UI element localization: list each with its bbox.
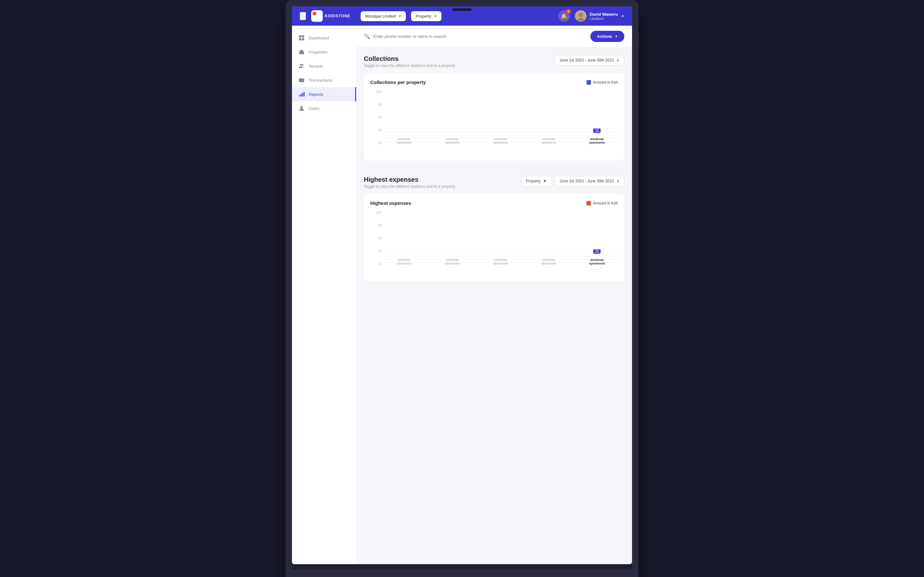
user-name: David Waweru: [590, 12, 618, 17]
company-label: Monique Limited: [365, 14, 396, 19]
svg-rect-12: [300, 93, 302, 97]
exp-bar-group-4: WindhoekApartments: [528, 256, 569, 266]
svg-rect-3: [299, 35, 301, 37]
company-chevron-icon: ▼: [399, 15, 402, 18]
laptop-frame: ☰ KODISTONE Monique Limited ▼ Property ▼…: [286, 0, 638, 577]
sidebar-item-reports[interactable]: Reports: [292, 87, 356, 101]
svg-rect-10: [300, 81, 301, 81]
sidebar-item-tenants[interactable]: Tenants: [292, 59, 356, 73]
sidebar-label-transactions: Transactions: [309, 78, 333, 83]
exp-bar-label-2: WindhoekApartments: [445, 258, 460, 266]
expenses-date-dropdown[interactable]: June 1st 2023 - June 30th 2023 ▼: [555, 176, 624, 186]
search-input[interactable]: [373, 34, 556, 39]
bar-tooltip-5: 77: [593, 128, 601, 133]
company-dropdown[interactable]: Monique Limited ▼: [360, 11, 406, 21]
actions-chevron-icon: ▼: [615, 35, 618, 38]
svg-rect-6: [302, 38, 304, 40]
sidebar-item-properties[interactable]: Properties: [292, 45, 356, 59]
search-icon: 🔍: [364, 33, 370, 39]
highest-expenses-section: Highest expenses Toggle to view the diff…: [356, 168, 632, 282]
user-details: David Waweru Landlord: [590, 12, 618, 21]
content-area: 🔍 Actions ▼ Collections Toggle to view t…: [356, 26, 632, 564]
section-controls: Property ▼ June 1st 2023 - June 30th 202…: [521, 176, 624, 186]
user-role: Landlord: [590, 17, 618, 21]
laptop-bottom: [286, 569, 638, 572]
sidebar-label-properties: Properties: [309, 50, 328, 55]
collections-date-dropdown[interactable]: June 1st 2023 - June 30th 2023 ▼: [555, 55, 624, 65]
reports-icon: [298, 91, 305, 97]
exp-bar-label-3: WindhoekApartments: [493, 258, 508, 266]
collections-date-chevron-icon: ▼: [616, 59, 620, 62]
sidebar-item-users[interactable]: Users: [292, 101, 356, 115]
bar-group-1: WindhoekApartments: [383, 135, 425, 145]
sidebar-label-dashboard: Dashboard: [309, 35, 329, 40]
exp-bar-label-4: WindhoekApartments: [541, 258, 556, 266]
collections-chart-card: Collections per property Amount in Ksh 1…: [364, 73, 624, 161]
property-label: Property: [415, 14, 431, 19]
exp-bar-group-5: 77 WindhoekApartments: [576, 249, 618, 266]
exp-bar-label-5: WindhoekApartments: [589, 258, 605, 266]
notification-button[interactable]: 🔔 5: [558, 10, 570, 22]
bar-group-2: WindhoekApartments: [431, 135, 473, 145]
svg-rect-5: [299, 38, 301, 40]
highest-expenses-title-area: Highest expenses Toggle to view the diff…: [364, 176, 455, 189]
expenses-y-axis: 100 80 60 40 20: [370, 211, 381, 266]
highest-expenses-chart-header: Highest expenses Amount in Ksh: [370, 200, 618, 206]
bar-label-3: WindhoekApartments: [493, 137, 508, 145]
transactions-icon: [298, 77, 305, 83]
properties-icon: [298, 49, 305, 55]
collections-bars-area: WindhoekApartments WindhoekApartments Wi…: [383, 128, 618, 154]
user-info[interactable]: David Waweru Landlord ▼: [575, 10, 624, 22]
highest-expenses-header: Highest expenses Toggle to view the diff…: [364, 176, 624, 189]
sidebar-item-dashboard[interactable]: Dashboard: [292, 31, 356, 45]
collections-section: Collections Toggle to view the different…: [356, 47, 632, 161]
collections-header: Collections Toggle to view the different…: [364, 55, 624, 68]
sidebar: Dashboard Properties Tenants: [292, 26, 356, 564]
svg-rect-13: [302, 93, 303, 97]
highest-expenses-chart-card: Highest expenses Amount in Ksh 100 80 60: [364, 194, 624, 282]
exp-bar-group-1: WindhoekApartments: [383, 256, 425, 266]
user-chevron-icon: ▼: [621, 15, 624, 18]
exp-bar-group-2: WindhoekApartments: [431, 256, 473, 266]
avatar: [575, 10, 586, 22]
laptop-base: [292, 564, 632, 569]
expenses-legend-label: Amount in Ksh: [593, 201, 618, 205]
sidebar-label-users: Users: [309, 106, 320, 111]
svg-rect-4: [302, 35, 304, 37]
search-bar-area: 🔍 Actions ▼: [356, 26, 632, 47]
collections-chart-title: Collections per property: [370, 79, 426, 85]
logo-icon: [311, 10, 323, 22]
expenses-date-range: June 1st 2023 - June 30th 2023: [559, 179, 614, 183]
collections-y-axis: 100 80 60 40 20: [370, 90, 381, 145]
svg-rect-11: [299, 95, 300, 97]
highest-expenses-title: Highest expenses: [364, 176, 455, 183]
menu-button[interactable]: ☰: [300, 12, 306, 20]
expenses-property-dropdown[interactable]: Property ▼: [521, 176, 551, 186]
bar-label-1: WindhoekApartments: [397, 137, 411, 145]
highest-expenses-bar-chart: 100 80 60 40 20: [370, 211, 618, 275]
users-icon: [298, 105, 305, 111]
property-dropdown[interactable]: Property ▼: [411, 11, 441, 21]
svg-point-7: [300, 64, 302, 66]
expenses-property-label: Property: [526, 179, 540, 183]
exp-bar-group-3: WindhoekApartments: [480, 256, 521, 266]
actions-button[interactable]: Actions ▼: [590, 31, 624, 42]
notification-badge: 5: [566, 9, 571, 14]
collections-bar-chart: 100 80 60 40 20: [370, 90, 618, 154]
bar-label-5: WindhoekApartments: [589, 137, 605, 145]
svg-point-8: [302, 64, 303, 66]
svg-point-1: [578, 13, 583, 17]
sidebar-item-transactions[interactable]: Transactions: [292, 73, 356, 87]
svg-rect-14: [304, 92, 304, 97]
exp-bar-tooltip-5: 77: [593, 249, 601, 254]
collections-legend-label: Amount in Ksh: [593, 80, 618, 85]
collections-date-range: June 1st 2023 - June 30th 2023: [559, 58, 614, 63]
highest-expenses-legend: Amount in Ksh: [586, 201, 618, 205]
nav-right: 🔔 5 David Waweru Landlord: [558, 10, 624, 22]
bar-label-2: WindhoekApartments: [445, 137, 460, 145]
bar-label-4: WindhoekApartments: [541, 137, 556, 145]
main-layout: Dashboard Properties Tenants: [292, 26, 632, 564]
exp-bar-label-1: WindhoekApartments: [397, 258, 411, 266]
expenses-bars-area: WindhoekApartments WindhoekApartments Wi…: [383, 249, 618, 275]
highest-expenses-subtitle: Toggle to view the different statistics …: [364, 184, 455, 189]
